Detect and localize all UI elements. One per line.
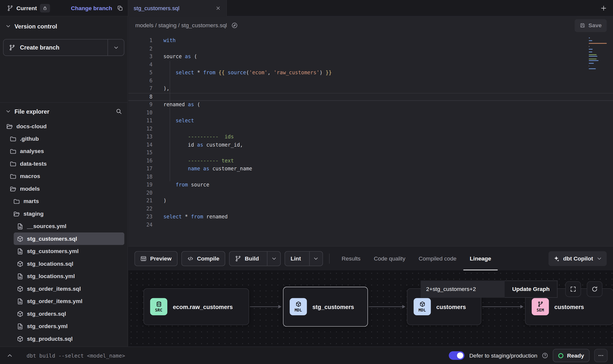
lineage-selector-input[interactable]: 2+stg_customers+2 [421, 281, 505, 298]
code-line-18[interactable]: 18 [128, 173, 613, 181]
code-line-17[interactable]: 17 name as customer_name [128, 165, 613, 173]
panel-tab-compiled-code[interactable]: Compiled code [412, 247, 463, 270]
minimap-line [589, 68, 596, 69]
code-line-5[interactable]: 5 select * from {{ source('ecom', 'raw_c… [128, 69, 613, 77]
file-tree-item-stg_orders.sql[interactable]: stg_orders.sql [14, 308, 124, 320]
code-line-19[interactable]: 19 from source [128, 181, 613, 189]
file-tree-item-stg_customers.sql[interactable]: stg_customers.sql [14, 233, 124, 245]
file-tree-item-analyses[interactable]: analyses [7, 145, 124, 157]
code-line-15[interactable]: 15 [128, 149, 613, 157]
breadcrumb: models / staging / stg_customers.sql [135, 22, 227, 28]
code-line-11[interactable]: 11 select [128, 117, 613, 125]
change-branch-link[interactable]: Change branch [71, 5, 112, 11]
file-tree-item-stg_order_items.sql[interactable]: stg_order_items.sql [14, 283, 124, 295]
code-line-20[interactable]: 20 [128, 189, 613, 197]
file-tree-item-__sources.yml[interactable]: __sources.yml [14, 220, 124, 232]
panel-tab-lineage[interactable]: Lineage [463, 247, 498, 270]
create-branch-dropdown[interactable] [108, 39, 124, 55]
code-line-13[interactable]: 13 ---------- ids [128, 133, 613, 141]
lint-button[interactable]: Lint [285, 251, 323, 266]
minimap[interactable] [589, 37, 608, 71]
copy-branch-button[interactable] [117, 5, 123, 11]
save-button[interactable]: Save [575, 19, 607, 32]
code-line-4[interactable]: 4 [128, 61, 613, 69]
editor-tab-stg-customers[interactable]: stg_customers.sql [128, 0, 227, 16]
help-icon[interactable] [542, 352, 548, 359]
compile-button[interactable]: Compile [181, 251, 225, 266]
code-line-2[interactable]: 2 [128, 45, 613, 53]
folder-icon [13, 198, 20, 205]
code-line-1[interactable]: 1with [128, 37, 613, 45]
file-icon [17, 273, 24, 280]
ready-status-button[interactable]: Ready [553, 349, 590, 362]
build-dropdown[interactable] [267, 251, 280, 265]
code-line-3[interactable]: 3source as ( [128, 53, 613, 61]
more-options-button[interactable] [594, 349, 608, 362]
new-tab-button[interactable] [601, 5, 607, 11]
file-tree-item-stg_locations.sql[interactable]: stg_locations.sql [14, 258, 124, 270]
code-icon [187, 255, 193, 261]
build-main[interactable]: Build [229, 251, 264, 265]
folder-icon [10, 160, 16, 167]
branch-readonly-badge [40, 4, 50, 12]
file-tree-item-stg_order_items.yml[interactable]: stg_order_items.yml [14, 295, 124, 307]
fullscreen-button[interactable] [565, 281, 581, 297]
preview-button[interactable]: Preview [135, 251, 177, 266]
code-line-14[interactable]: 14 id as customer_id, [128, 141, 613, 149]
line-number: 4 [128, 61, 153, 69]
command-input[interactable]: dbt build --select <model_name> [27, 352, 125, 359]
file-tree-item-models[interactable]: models [7, 182, 124, 195]
panel-tab-code-quality[interactable]: Code quality [367, 247, 412, 270]
lineage-node-src-ecom.raw_customers[interactable]: SRCecom.raw_customers [143, 288, 249, 325]
code-line-6[interactable]: 6 [128, 77, 613, 85]
version-control-header[interactable]: Version control [0, 16, 127, 36]
lint-main[interactable]: Lint [285, 251, 306, 265]
update-graph-button[interactable]: Update Graph [505, 281, 557, 298]
file-explorer-header[interactable]: File explorer [0, 103, 127, 120]
file-tree-item-.github[interactable]: .github [7, 132, 124, 145]
node-label: customers [436, 303, 466, 310]
code-line-8[interactable]: 8 [128, 93, 613, 101]
expand-command-bar-button[interactable] [4, 352, 16, 359]
create-branch-button[interactable]: Create branch [3, 39, 124, 56]
refresh-button[interactable] [587, 281, 602, 297]
dbt-copilot-button[interactable]: dbt Copilot [549, 251, 607, 266]
code-line-10[interactable]: 10 [128, 109, 613, 117]
file-icon [17, 298, 24, 305]
folder-open-icon [10, 185, 16, 192]
chevron-down-icon [5, 24, 11, 29]
edit-icon[interactable] [231, 22, 237, 28]
tab-close-icon[interactable] [215, 5, 221, 11]
file-tree-item-stg_orders.yml[interactable]: stg_orders.yml [14, 320, 124, 332]
file-tree-item-macros[interactable]: macros [7, 170, 124, 182]
file-tree-item-docs-cloud[interactable]: docs-cloud [3, 120, 124, 132]
search-icon[interactable] [116, 108, 122, 114]
code-line-16[interactable]: 16 ---------- text [128, 157, 613, 165]
defer-toggle[interactable] [449, 351, 465, 360]
lint-dropdown[interactable] [309, 251, 323, 265]
create-branch-main[interactable]: Create branch [3, 39, 108, 55]
panel-tab-results[interactable]: Results [335, 247, 367, 270]
file-tree-item-marts[interactable]: marts [10, 195, 124, 207]
file-explorer-section: File explorer docs-cloud.githubanalysesd… [0, 102, 127, 346]
code-line-22[interactable]: 22 [128, 205, 613, 213]
code-icon [187, 255, 193, 261]
code-editor[interactable]: 1with23source as (45 select * from {{ so… [128, 34, 613, 246]
lineage-node-mdl-stg_customers[interactable]: MDLstg_customers [283, 287, 368, 327]
build-button[interactable]: Build [229, 251, 281, 266]
defer-label: Defer to staging/production [469, 352, 537, 359]
file-name: staging [24, 210, 44, 217]
minimap-line [589, 37, 590, 38]
file-tree-item-data-tests[interactable]: data-tests [7, 157, 124, 170]
code-line-7[interactable]: 7), [128, 85, 613, 93]
file-name: __sources.yml [27, 223, 66, 229]
code-line-21[interactable]: 21) [128, 197, 613, 205]
code-line-23[interactable]: 23select * from renamed [128, 213, 613, 221]
file-tree-item-stg_locations.yml[interactable]: stg_locations.yml [14, 270, 124, 282]
code-line-24[interactable]: 24 [128, 221, 613, 229]
file-tree-item-staging[interactable]: staging [10, 208, 124, 220]
file-tree-item-stg_customers.yml[interactable]: stg_customers.yml [14, 245, 124, 257]
code-line-12[interactable]: 12 [128, 125, 613, 133]
file-tree-item-stg_products.sql[interactable]: stg_products.sql [14, 333, 124, 345]
code-line-9[interactable]: 9renamed as ( [128, 101, 613, 109]
